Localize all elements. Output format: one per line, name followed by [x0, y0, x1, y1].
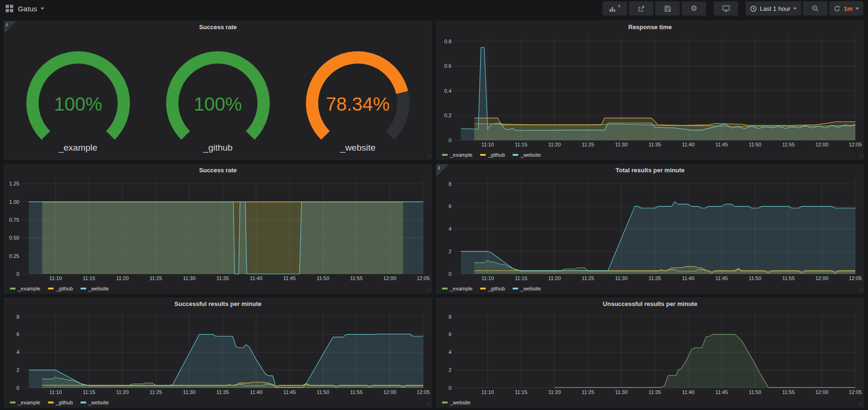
svg-text:11:25: 11:25 [150, 275, 162, 281]
info-letter: i [438, 165, 440, 170]
svg-text:12:00: 12:00 [383, 275, 396, 281]
panel-success-rate-gauges: i Success rate 100% _example 100% _githu… [4, 21, 432, 160]
panel-resize-handle[interactable] [858, 288, 863, 292]
plus-icon: + [618, 4, 621, 8]
legend-item[interactable]: _github [480, 286, 505, 291]
legend-series-name: _website [521, 286, 541, 291]
time-series-chart[interactable]: 00.20.40.60.811:1011:1511:2011:2511:3011… [438, 33, 862, 148]
svg-text:11:25: 11:25 [582, 275, 595, 281]
panel-total-results: i Total results per minute 0246811:1011:… [436, 164, 864, 294]
series-line [474, 118, 855, 126]
time-range-label: Last 1 hour [760, 5, 790, 12]
share-button[interactable] [629, 1, 653, 16]
dashboard-title: Gatus [18, 5, 37, 13]
legend-item[interactable]: _example [10, 286, 40, 291]
svg-text:11:30: 11:30 [183, 389, 196, 395]
series-line [461, 48, 855, 130]
svg-text:0.4: 0.4 [444, 88, 451, 94]
chart-legend: _website [442, 400, 470, 405]
panel-info-icon[interactable]: i [4, 21, 16, 33]
save-button[interactable] [655, 1, 680, 16]
dashboard-grid-icon[interactable] [6, 5, 13, 12]
legend-swatch [442, 402, 448, 403]
panel-title[interactable]: Total results per minute [436, 164, 864, 176]
panel-info-icon[interactable]: i [436, 164, 449, 177]
bar-chart-icon [609, 5, 617, 12]
svg-text:0: 0 [449, 137, 451, 143]
dashboard-title-dropdown[interactable]: Gatus [18, 5, 44, 13]
settings-button[interactable]: ⚙ [682, 1, 706, 16]
zoom-out-button[interactable] [803, 1, 828, 16]
svg-text:6: 6 [449, 331, 451, 337]
legend-item[interactable]: _website [513, 152, 541, 158]
svg-text:2: 2 [16, 367, 19, 373]
svg-text:11:15: 11:15 [515, 275, 528, 281]
time-series-chart[interactable]: 0246811:1011:1511:2011:2511:3011:3511:40… [6, 310, 430, 396]
svg-text:12:00: 12:00 [815, 389, 828, 395]
legend-item[interactable]: _website [513, 286, 541, 291]
legend-swatch [442, 154, 448, 156]
svg-text:11:20: 11:20 [548, 142, 561, 147]
svg-text:0.6: 0.6 [444, 63, 451, 69]
svg-text:11:10: 11:10 [482, 142, 494, 147]
svg-text:11:40: 11:40 [682, 142, 695, 147]
svg-text:11:20: 11:20 [548, 275, 561, 281]
gauge-value: 100% [194, 94, 242, 114]
svg-text:0.8: 0.8 [444, 39, 451, 44]
panel-title[interactable]: Successful results per minute [4, 298, 432, 310]
legend-item[interactable]: _example [442, 286, 473, 291]
legend-series-name: _example [450, 286, 473, 291]
panel-title[interactable]: Response time [436, 21, 864, 33]
cycle-view-button[interactable] [714, 1, 738, 16]
svg-text:0: 0 [449, 385, 451, 391]
svg-text:11:40: 11:40 [250, 275, 263, 281]
svg-text:11:15: 11:15 [83, 389, 96, 395]
svg-text:11:40: 11:40 [250, 389, 263, 395]
add-panel-button[interactable]: + [603, 1, 627, 16]
svg-text:12:05: 12:05 [849, 389, 862, 395]
legend-item[interactable]: _website [442, 400, 470, 405]
legend-series-name: _github [56, 400, 73, 405]
panel-resize-handle[interactable] [858, 402, 863, 406]
panel-resize-handle[interactable] [858, 154, 863, 159]
refresh-button[interactable]: 1m [829, 1, 863, 16]
legend-item[interactable]: _website [80, 400, 109, 405]
panel-title[interactable]: Unsuccessful results per minute [436, 298, 864, 310]
svg-text:11:20: 11:20 [116, 275, 129, 281]
panel-title[interactable]: Success rate [4, 21, 432, 33]
dashboard-grid: i Success rate 100% _example 100% _githu… [0, 17, 868, 410]
svg-text:11:25: 11:25 [150, 389, 162, 395]
panel-title[interactable]: Success rate [4, 164, 432, 176]
zoom-out-icon [812, 5, 819, 12]
legend-series-name: _website [521, 152, 541, 158]
time-series-chart[interactable]: 00.250.500.751.001.2511:1011:1511:2011:2… [6, 177, 430, 282]
legend-item[interactable]: _github [48, 400, 73, 405]
svg-text:11:30: 11:30 [615, 275, 628, 281]
svg-text:1.00: 1.00 [9, 199, 19, 205]
svg-text:8: 8 [16, 314, 19, 320]
legend-item[interactable]: _github [48, 286, 73, 291]
panel-resize-handle[interactable] [426, 402, 431, 406]
svg-text:11:45: 11:45 [715, 142, 728, 147]
time-series-chart[interactable]: 0246811:1011:1511:2011:2511:3011:3511:40… [438, 310, 862, 396]
legend-series-name: _website [88, 286, 109, 291]
legend-item[interactable]: _example [442, 152, 473, 158]
legend-item[interactable]: _example [10, 400, 40, 405]
legend-item[interactable]: _website [80, 286, 109, 291]
legend-series-name: _github [56, 286, 73, 291]
svg-text:11:25: 11:25 [582, 142, 595, 147]
svg-text:11:50: 11:50 [317, 389, 330, 395]
svg-text:11:45: 11:45 [283, 389, 296, 395]
panel-resize-handle[interactable] [426, 154, 431, 159]
time-series-chart[interactable]: 0246811:1011:1511:2011:2511:3011:3511:40… [438, 177, 862, 282]
svg-text:11:30: 11:30 [615, 142, 628, 147]
svg-text:11:15: 11:15 [515, 142, 528, 147]
gauge-value: 78.34% [326, 94, 390, 114]
legend-item[interactable]: _github [480, 152, 505, 158]
chart-legend: _example _github _website [442, 152, 541, 158]
chart-svg: 0246811:1011:1511:2011:2511:3011:3511:40… [6, 310, 430, 396]
legend-swatch [513, 288, 518, 289]
time-range-picker[interactable]: Last 1 hour [746, 1, 801, 16]
gauge: 100% _github [148, 32, 288, 157]
panel-resize-handle[interactable] [426, 288, 431, 292]
